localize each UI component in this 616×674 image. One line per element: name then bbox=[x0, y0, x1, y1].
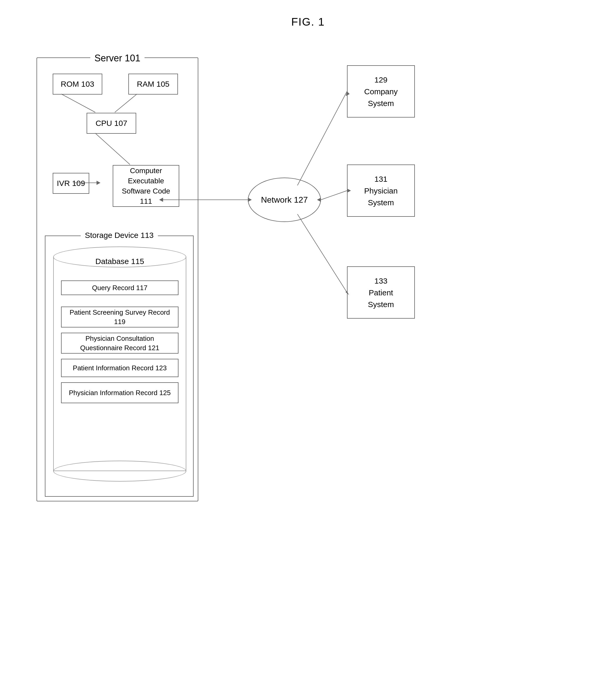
ram-box: RAM 105 bbox=[128, 74, 178, 95]
record-patient-info: Patient Information Record 123 bbox=[61, 359, 178, 377]
cylinder-bottom-ellipse bbox=[53, 461, 186, 481]
cpu-box: CPU 107 bbox=[87, 113, 136, 134]
rom-box: ROM 103 bbox=[53, 74, 102, 95]
server-label: Server 101 bbox=[90, 53, 145, 64]
patient-system-box: 133PatientSystem bbox=[347, 266, 415, 319]
diagram: Server 101 ROM 103 RAM 105 CPU 107 IVR 1… bbox=[21, 31, 595, 653]
cesc-box: Computer Executable Software Code 111 bbox=[113, 165, 179, 207]
company-system-box: 129CompanySystem bbox=[347, 65, 415, 117]
network-ellipse: Network 127 bbox=[248, 178, 321, 222]
database-container: Database 115 Query Record 117 Patient Sc… bbox=[53, 246, 186, 481]
svg-line-10 bbox=[321, 191, 347, 200]
record-physician-info: Physician Information Record 125 bbox=[61, 382, 178, 403]
server-box: Server 101 ROM 103 RAM 105 CPU 107 IVR 1… bbox=[36, 58, 198, 501]
physician-system-box: 131PhysicianSystem bbox=[347, 164, 415, 217]
ivr-box: IVR 109 bbox=[53, 173, 89, 194]
cpu-label: CPU 107 bbox=[96, 119, 127, 128]
record-query: Query Record 117 bbox=[61, 280, 178, 295]
patient-label: 133PatientSystem bbox=[368, 275, 394, 310]
database-label: Database 115 bbox=[96, 257, 144, 266]
ram-label: RAM 105 bbox=[137, 80, 169, 89]
cesc-label: Computer Executable Software Code 111 bbox=[116, 165, 176, 207]
company-label: 129CompanySystem bbox=[364, 74, 398, 109]
rom-label: ROM 103 bbox=[61, 80, 94, 89]
physician-label: 131PhysicianSystem bbox=[364, 173, 398, 208]
page-title: FIG. 1 bbox=[0, 0, 616, 28]
storage-label: Storage Device 113 bbox=[81, 231, 158, 240]
record-patient-screening: Patient Screening Survey Record 119 bbox=[61, 307, 178, 327]
ivr-label: IVR 109 bbox=[57, 179, 85, 188]
svg-line-13 bbox=[297, 214, 347, 293]
network-label: Network 127 bbox=[261, 195, 308, 205]
storage-box: Storage Device 113 Database 115 Query Re… bbox=[45, 236, 194, 497]
record-physician-consult: Physician Consultation Questionnaire Rec… bbox=[61, 333, 178, 354]
svg-line-8 bbox=[297, 91, 347, 186]
